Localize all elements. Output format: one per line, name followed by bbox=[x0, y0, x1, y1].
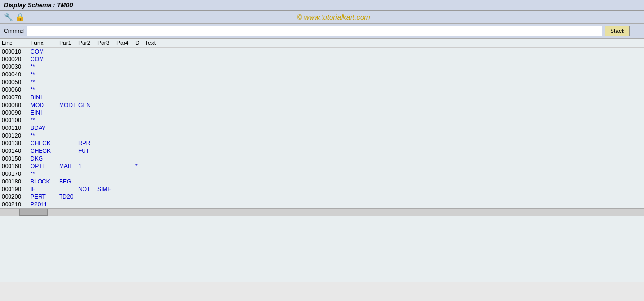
cell-par2 bbox=[78, 125, 97, 131]
cell-par2 bbox=[78, 132, 97, 139]
cell-func: COM bbox=[31, 48, 59, 55]
cell-text bbox=[145, 163, 240, 170]
cell-par1 bbox=[59, 64, 78, 70]
cell-par1 bbox=[59, 79, 78, 86]
cell-line: 000160 bbox=[2, 163, 31, 170]
table-row[interactable]: 000040 ** bbox=[0, 71, 644, 78]
bottom-scrollbar[interactable] bbox=[0, 208, 644, 216]
table-row[interactable]: 000160 OPTT MAIL 1 * bbox=[0, 162, 644, 170]
cell-func: ** bbox=[31, 79, 59, 86]
table-row[interactable]: 000210 P2011 bbox=[0, 201, 644, 208]
cell-par3 bbox=[97, 148, 116, 154]
cell-par1 bbox=[59, 201, 78, 208]
cell-par1 bbox=[59, 94, 78, 101]
cell-text bbox=[145, 178, 240, 185]
cell-line: 000050 bbox=[2, 79, 31, 86]
cell-line: 000110 bbox=[2, 125, 31, 131]
cell-par1 bbox=[59, 186, 78, 193]
cell-text bbox=[145, 64, 240, 70]
cell-line: 000180 bbox=[2, 178, 31, 185]
cell-par4 bbox=[116, 109, 135, 116]
cell-par3 bbox=[97, 140, 116, 147]
cell-par1 bbox=[59, 155, 78, 162]
cell-func: MOD bbox=[31, 102, 59, 108]
cell-par1 bbox=[59, 140, 78, 147]
cell-par2 bbox=[78, 71, 97, 78]
cell-d bbox=[135, 109, 145, 116]
cell-d bbox=[135, 56, 145, 63]
cell-line: 000140 bbox=[2, 148, 31, 154]
cell-line: 000020 bbox=[2, 56, 31, 63]
cell-func: ** bbox=[31, 71, 59, 78]
cell-par1: MAIL bbox=[59, 163, 78, 170]
table-row[interactable]: 000060 ** bbox=[0, 86, 644, 94]
table-row[interactable]: 000080 MOD MODT GEN bbox=[0, 101, 644, 109]
cell-par2 bbox=[78, 155, 97, 162]
lock-icon[interactable]: 🔒 bbox=[15, 12, 25, 22]
cell-line: 000150 bbox=[2, 155, 31, 162]
cell-par1 bbox=[59, 56, 78, 63]
scroll-thumb[interactable] bbox=[19, 209, 48, 216]
table-row[interactable]: 000100 ** bbox=[0, 117, 644, 124]
cell-line: 000190 bbox=[2, 186, 31, 193]
table-row[interactable]: 000070 BINI bbox=[0, 94, 644, 101]
cell-par1 bbox=[59, 117, 78, 124]
table-row[interactable]: 000190 IF NOT SIMF bbox=[0, 185, 644, 193]
cell-text bbox=[145, 194, 240, 200]
cell-par2 bbox=[78, 109, 97, 116]
command-input[interactable] bbox=[27, 26, 602, 36]
cell-d bbox=[135, 171, 145, 177]
cell-par1 bbox=[59, 125, 78, 131]
table-row[interactable]: 000180 BLOCK BEG bbox=[0, 178, 644, 185]
cell-par3 bbox=[97, 94, 116, 101]
cell-d: * bbox=[135, 163, 145, 170]
tool-icon[interactable]: 🔧 bbox=[4, 12, 13, 22]
cell-par3: SIMF bbox=[97, 186, 116, 193]
cell-par4 bbox=[116, 102, 135, 108]
cell-d bbox=[135, 48, 145, 55]
cell-text bbox=[145, 94, 240, 101]
cell-line: 000170 bbox=[2, 171, 31, 177]
cell-text bbox=[145, 201, 240, 208]
cell-func: COM bbox=[31, 56, 59, 63]
cell-par4 bbox=[116, 132, 135, 139]
cell-func: BINI bbox=[31, 94, 59, 101]
cell-par3 bbox=[97, 194, 116, 200]
cell-par2 bbox=[78, 201, 97, 208]
cell-d bbox=[135, 102, 145, 108]
cell-par1 bbox=[59, 48, 78, 55]
col-header-par1: Par1 bbox=[59, 40, 78, 46]
table-row[interactable]: 000130 CHECK RPR bbox=[0, 140, 644, 147]
scroll-track[interactable] bbox=[0, 209, 644, 216]
table-row[interactable]: 000020 COM bbox=[0, 55, 644, 63]
cell-text bbox=[145, 86, 240, 93]
table-row[interactable]: 000200 PERT TD20 bbox=[0, 193, 644, 201]
table-row[interactable]: 000030 ** bbox=[0, 63, 644, 71]
cell-par4 bbox=[116, 48, 135, 55]
cell-par1 bbox=[59, 86, 78, 93]
table-row[interactable]: 000110 BDAY bbox=[0, 124, 644, 132]
stack-button[interactable]: Stack bbox=[605, 26, 630, 36]
cell-par3 bbox=[97, 48, 116, 55]
cell-text bbox=[145, 132, 240, 139]
table-row[interactable]: 000050 ** bbox=[0, 78, 644, 86]
cell-func: P2011 bbox=[31, 201, 59, 208]
command-bar: Cmmnd Stack bbox=[0, 24, 644, 39]
table-row[interactable]: 000010 COM bbox=[0, 48, 644, 55]
cell-par4 bbox=[116, 155, 135, 162]
table-row[interactable]: 000140 CHECK FUT bbox=[0, 147, 644, 155]
table-row[interactable]: 000170 ** bbox=[0, 170, 644, 178]
cell-par4 bbox=[116, 178, 135, 185]
cell-line: 000090 bbox=[2, 109, 31, 116]
cell-text bbox=[145, 140, 240, 147]
cell-line: 000070 bbox=[2, 94, 31, 101]
table-row[interactable]: 000090 EINI bbox=[0, 109, 644, 117]
cell-par3 bbox=[97, 117, 116, 124]
command-label: Cmmnd bbox=[4, 28, 24, 34]
cell-par1 bbox=[59, 109, 78, 116]
table-row[interactable]: 000120 ** bbox=[0, 132, 644, 140]
cell-par1: MODT bbox=[59, 102, 78, 108]
cell-par4 bbox=[116, 194, 135, 200]
cell-d bbox=[135, 94, 145, 101]
table-row[interactable]: 000150 DKG bbox=[0, 155, 644, 162]
